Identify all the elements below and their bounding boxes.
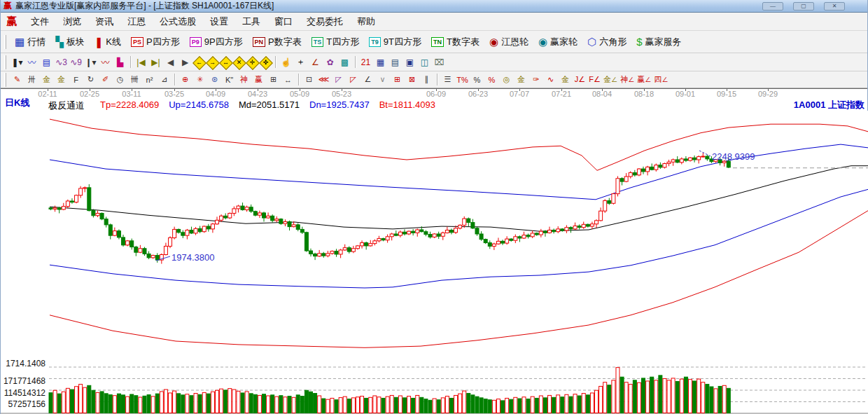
t9-square-button[interactable]: T99T四方形 bbox=[364, 34, 426, 50]
j-angle-tool[interactable]: J∠ bbox=[573, 74, 587, 86]
f-angle-tool[interactable]: F∠ bbox=[587, 74, 602, 86]
trend-angle-tool[interactable]: ∠ bbox=[360, 74, 375, 86]
spiral-tool[interactable]: ↻ bbox=[83, 74, 98, 86]
network-button[interactable]: ◫ bbox=[417, 55, 432, 69]
toolbar-grip[interactable] bbox=[4, 35, 6, 49]
comb-grid-tool[interactable]: 卅 bbox=[24, 74, 39, 86]
hexagon-button[interactable]: ⬡六角形 bbox=[582, 34, 631, 50]
chart-area[interactable]: 1974.38002248.9399 1714.1408171771468114… bbox=[1, 111, 868, 414]
grid-123-tool[interactable]: ⊞ bbox=[266, 74, 281, 86]
gold-split-tool-1[interactable]: 金 bbox=[39, 74, 54, 86]
quotes-button[interactable]: ▦行情 bbox=[10, 34, 50, 50]
menu-item-公式选股[interactable]: 公式选股 bbox=[153, 13, 203, 30]
n-square-tool[interactable]: n² bbox=[142, 74, 157, 86]
kline-button[interactable]: ❚K线 bbox=[90, 34, 126, 50]
shen-tool[interactable]: 神 bbox=[237, 74, 251, 86]
notes-button[interactable]: ▤ bbox=[388, 55, 402, 69]
computer-button[interactable]: ⌧ bbox=[432, 55, 447, 69]
menu-item-江恩[interactable]: 江恩 bbox=[120, 13, 153, 30]
gann-crown-button[interactable]: ✿ bbox=[323, 55, 337, 69]
wave3-button[interactable]: ∿3 bbox=[54, 55, 69, 69]
menu-item-浏览[interactable]: 浏览 bbox=[56, 13, 88, 30]
ying-angle-tool[interactable]: 赢∠ bbox=[636, 74, 652, 86]
p9-square-button[interactable]: P99P四方形 bbox=[185, 34, 248, 50]
toolbar-grip[interactable] bbox=[4, 73, 6, 87]
close-button[interactable]: ✕ bbox=[824, 2, 845, 11]
form-tool-button[interactable]: ▤ bbox=[39, 55, 54, 69]
span-arrow-tool[interactable]: ↔ bbox=[281, 74, 295, 86]
menu-item-帮助[interactable]: 帮助 bbox=[350, 13, 382, 30]
hand-tool-button[interactable]: ☝ bbox=[279, 55, 293, 69]
maximize-button[interactable]: ▢ bbox=[793, 2, 814, 11]
gold-circle-tool[interactable]: ◎ bbox=[499, 74, 514, 86]
angle-measure-button[interactable]: ∠ bbox=[308, 55, 323, 69]
star-web-tool[interactable]: ✳ bbox=[192, 74, 207, 86]
candlestick-chart[interactable]: 1974.38002248.9399 bbox=[1, 111, 868, 414]
comb-grid-tool-2[interactable]: 卌 bbox=[127, 74, 142, 86]
gann-box-tool[interactable]: ⊡ bbox=[302, 74, 316, 86]
last-bar-button[interactable]: ▶| bbox=[148, 55, 163, 69]
price-list-tool[interactable]: ☰ bbox=[440, 74, 455, 86]
wave-band-tool[interactable]: ∿ bbox=[543, 74, 558, 86]
ying-tool[interactable]: 赢 bbox=[251, 74, 266, 86]
zoom-left-button[interactable]: ← bbox=[192, 55, 206, 69]
gold-angle-tool[interactable]: 金∠ bbox=[602, 74, 619, 86]
gold-line-tool-2[interactable]: 金 bbox=[558, 74, 573, 86]
fib-tool[interactable]: F bbox=[69, 74, 83, 86]
angle-ruler-tool[interactable]: ⊿ bbox=[157, 74, 172, 86]
candle-style-dropdown[interactable]: ❙▾ bbox=[83, 55, 98, 69]
k-marks-tool[interactable]: K" bbox=[222, 74, 237, 86]
p-number-button[interactable]: PNP数字表 bbox=[248, 34, 307, 50]
wave9-button[interactable]: ∿9 bbox=[69, 55, 83, 69]
winner-service-button[interactable]: $赢家服务 bbox=[631, 34, 686, 50]
prev-bar-button[interactable]: ◀ bbox=[163, 55, 178, 69]
marker-pen-tool[interactable]: ✐ bbox=[98, 74, 113, 86]
shen-angle-tool[interactable]: 神∠ bbox=[619, 74, 636, 86]
crosshair-tool-button[interactable]: ＋ bbox=[293, 55, 308, 69]
grid-red-tool-2[interactable]: ⊠ bbox=[405, 74, 419, 86]
si-angle-tool[interactable]: 四∠ bbox=[652, 74, 669, 86]
menu-item-资讯[interactable]: 资讯 bbox=[88, 13, 120, 30]
zigzag-tool[interactable]: ∨ bbox=[375, 74, 390, 86]
period-dropdown[interactable]: ❚▾ bbox=[10, 55, 24, 69]
sectors-button[interactable]: ▚板块 bbox=[50, 34, 90, 50]
save-button[interactable]: ▣ bbox=[402, 55, 417, 69]
ink-pen-tool[interactable]: ✑ bbox=[528, 74, 543, 86]
pattern-tool-button[interactable]: 〰 bbox=[24, 55, 39, 69]
winner-wheel-button[interactable]: ◉赢家轮 bbox=[533, 34, 582, 50]
parallel-lines-tool[interactable]: ∥ bbox=[419, 74, 434, 86]
menu-item-工具[interactable]: 工具 bbox=[235, 13, 267, 30]
maze-tool-button[interactable]: ▩ bbox=[337, 55, 352, 69]
p-square-button[interactable]: PSP四方形 bbox=[126, 34, 185, 50]
menu-item-交易委托[interactable]: 交易委托 bbox=[300, 13, 350, 30]
minimize-button[interactable]: — bbox=[762, 2, 783, 11]
fan-box-red-tool[interactable]: ◸ bbox=[346, 74, 360, 86]
menu-item-文件[interactable]: 文件 bbox=[24, 13, 56, 30]
next-bar-button[interactable]: ▶ bbox=[178, 55, 192, 69]
toolbar-grip[interactable] bbox=[4, 55, 6, 69]
histogram-button[interactable]: ▙ bbox=[113, 55, 127, 69]
menu-item-设置[interactable]: 设置 bbox=[203, 13, 235, 30]
grid-red-tool[interactable]: ⊞ bbox=[390, 74, 405, 86]
gann-fan-tool[interactable]: ⋘ bbox=[316, 74, 331, 86]
first-bar-button[interactable]: |◀ bbox=[134, 55, 148, 69]
zoom-all-button[interactable]: ✜ bbox=[259, 55, 272, 69]
calendar-button[interactable]: 21 bbox=[358, 55, 373, 69]
percent-tool[interactable]: % bbox=[470, 74, 484, 86]
red-pattern-button[interactable]: 〰 bbox=[98, 55, 113, 69]
zoom-horizontal-button[interactable]: ↔ bbox=[219, 55, 232, 69]
percent-line-tool[interactable]: % bbox=[484, 74, 499, 86]
gann-wheel-button[interactable]: ◉江恩轮 bbox=[484, 34, 533, 50]
zoom-reset-button[interactable]: ✕ bbox=[232, 55, 246, 69]
time-circle-tool[interactable]: ◷ bbox=[113, 74, 127, 86]
calculator-button[interactable]: ▦ bbox=[373, 55, 388, 69]
t-percent-tool[interactable]: T% bbox=[455, 74, 470, 86]
t-number-button[interactable]: TNT数字表 bbox=[426, 34, 484, 50]
zoom-in-button[interactable]: ✛ bbox=[246, 55, 259, 69]
gold-split-tool-2[interactable]: 金 bbox=[54, 74, 69, 86]
menu-item-窗口[interactable]: 窗口 bbox=[267, 13, 300, 30]
square-web-tool[interactable]: ⊛ bbox=[207, 74, 222, 86]
target-circle-tool[interactable]: ⊕ bbox=[178, 74, 192, 86]
fan-box-purple-tool[interactable]: ◸ bbox=[331, 74, 346, 86]
brush-tool[interactable]: ✎ bbox=[10, 74, 24, 86]
